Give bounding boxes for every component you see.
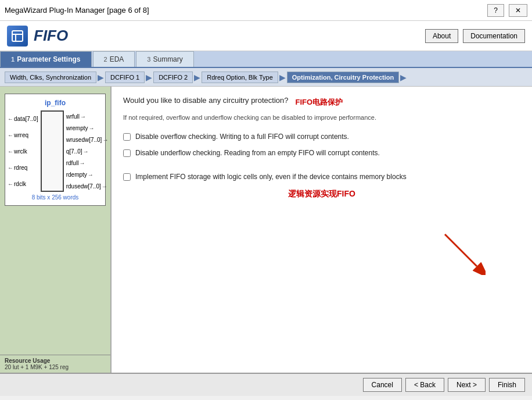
resource-usage-value: 20 lut + 1 M9K + 125 reg [5,364,106,370]
bc-arrow-1: ▶ [98,73,104,82]
port-rdempty: rdempty → [66,172,105,178]
back-button[interactable]: < Back [405,378,444,392]
port-rdusedw: rdusedw[7..0] → [66,183,105,190]
svg-rect-0 [12,31,23,41]
bc-rdreq[interactable]: Rdreq Option, Blk Type [202,72,278,83]
titlebar-right: ? ✕ [487,4,527,17]
chinese-protection: FIFO电路保护 [295,97,343,108]
port-rdreq: ← rdreq [8,165,38,171]
fifo-title: FIFO [34,27,68,45]
bc-arrow-3: ▶ [194,73,200,82]
checkbox-logic-label: Implement FIFO storage with logic cells … [135,172,407,182]
bc-arrow-2: ▶ [146,73,152,82]
checkbox-logic[interactable] [123,173,131,181]
checkbox-overflow-label: Disable overflow checking. Writing to a … [135,132,349,142]
tab-summary-label: Summary [153,55,182,63]
port-rdempty-label: rdempty [66,172,87,178]
tab-summary[interactable]: 3 Summary [136,51,193,67]
question-text: Would you like to disable any circuitry … [123,96,288,105]
finish-button[interactable]: Finish [489,378,525,392]
fifo-header: FIFO About Documentation [0,21,532,51]
titlebar-left: MegaWizard Plug-In Manager [page 6 of 8] [5,6,149,15]
main-content: ip_fifo ← data[7..0] ← wrreq ← wrclk [0,87,532,373]
bc-width-label: Width, Clks, Synchronization [10,74,91,81]
port-wrreq: ← wrreq [8,132,38,138]
port-wrusedw-label: wrusedw[7..0] [66,137,102,143]
port-wrempty-label: wrempty [66,125,88,131]
module-name: ip_fifo [8,99,103,107]
tabs: 1 Parameter Settings 2 EDA 3 Summary [0,51,532,68]
chinese-logic: 逻辑资源实现FIFO [123,189,520,199]
fifo-center-block [41,110,64,192]
port-wrfull: wrfull → [66,113,105,120]
fifo-header-buttons: About Documentation [425,29,525,43]
port-data-label: data[7..0] [14,116,38,122]
tab-eda-num: 2 [104,56,107,63]
port-rdusedw-label: rdusedw[7..0] [66,183,101,190]
port-wrclk: ← wrclk [8,148,38,155]
port-wrusedw: wrusedw[7..0] → [66,137,105,143]
arrow-annotation [123,223,520,281]
checkbox-underflow[interactable] [123,149,131,157]
port-data: ← data[7..0] [8,116,38,122]
resource-usage-section: Resource Usage 20 lut + 1 M9K + 125 reg [0,355,110,373]
help-button[interactable]: ? [487,4,504,17]
tab-summary-num: 3 [147,56,150,63]
left-ports: ← data[7..0] ← wrreq ← wrclk ← rdreq [8,110,41,192]
port-q: q[7..0] → [66,148,105,155]
bc-dcfifo1-label: DCFIFO 1 [110,74,139,81]
fifo-diagram: ← data[7..0] ← wrreq ← wrclk ← rdreq [8,110,103,192]
size-label: 8 bits x 256 words [8,194,103,201]
right-panel: Would you like to disable any circuitry … [112,87,532,373]
port-rdclk: ← rdclk [8,181,38,187]
titlebar-title: MegaWizard Plug-In Manager [page 6 of 8] [5,6,149,15]
titlebar: MegaWizard Plug-In Manager [page 6 of 8]… [0,0,532,21]
tab-params[interactable]: 1 Parameter Settings [0,51,92,67]
bc-arrow-5: ▶ [400,73,407,82]
bc-dcfifo2[interactable]: DCFIFO 2 [153,72,193,83]
left-panel: ip_fifo ← data[7..0] ← wrreq ← wrclk [0,87,112,373]
checkbox-logic-row: Implement FIFO storage with logic cells … [123,172,520,182]
bc-width[interactable]: Width, Clks, Synchronization [5,72,96,83]
spacer [123,165,520,172]
checkbox-overflow-row: Disable overflow checking. Writing to a … [123,132,520,142]
checkbox-underflow-row: Disable underflow checking. Reading from… [123,148,520,158]
bc-dcfifo1[interactable]: DCFIFO 1 [105,72,145,83]
port-wrreq-label: wrreq [14,132,28,138]
cancel-button[interactable]: Cancel [363,378,402,392]
bc-dcfifo2-label: DCFIFO 2 [159,74,188,81]
checkbox-overflow[interactable] [123,133,131,141]
info-text: If not required, overflow and underflow … [123,113,520,123]
resource-usage-label: Resource Usage [5,358,106,364]
port-wrfull-label: wrfull [66,113,80,120]
port-wrempty: wrempty → [66,125,105,131]
about-button[interactable]: About [425,29,458,43]
fifo-icon [7,26,28,47]
bottom-bar: Cancel < Back Next > Finish [0,373,532,396]
ip-fifo-diagram: ip_fifo ← data[7..0] ← wrreq ← wrclk [5,94,106,206]
bc-arrow-4: ▶ [279,73,286,82]
tab-eda[interactable]: 2 EDA [93,51,135,67]
svg-line-4 [445,234,477,266]
tab-params-num: 1 [11,56,15,63]
red-arrow-svg [439,228,486,275]
bc-opt[interactable]: Optimization, Circuitry Protection [287,72,399,83]
port-rdfull-label: rdfull [66,160,79,166]
port-rdclk-label: rdclk [14,181,26,187]
port-rdreq-label: rdreq [14,165,27,171]
close-button[interactable]: ✕ [509,4,527,17]
port-q-label: q[7..0] [66,148,82,155]
port-rdfull: rdfull → [66,160,105,166]
port-wrclk-label: wrclk [14,148,27,155]
bc-opt-label: Optimization, Circuitry Protection [292,74,394,81]
checkbox-underflow-label: Disable underflow checking. Reading from… [135,148,380,158]
tab-eda-label: EDA [110,55,124,63]
next-button[interactable]: Next > [448,378,486,392]
right-ports: wrfull → wrempty → wrusedw[7..0] → q[7..… [64,110,105,192]
bc-rdreq-label: Rdreq Option, Blk Type [207,74,273,81]
question-row: Would you like to disable any circuitry … [123,96,520,108]
documentation-button[interactable]: Documentation [463,29,525,43]
tab-params-label: Parameter Settings [17,55,80,63]
breadcrumb: Width, Clks, Synchronization ▶ DCFIFO 1 … [0,68,532,87]
